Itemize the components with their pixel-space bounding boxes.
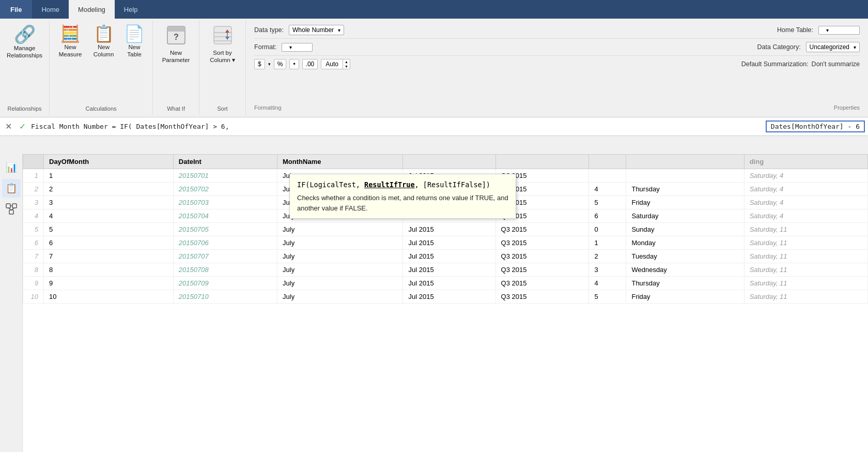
table-row[interactable]: 6 6 20150706 July Jul 2015 Q3 2015 1 Mon… — [23, 236, 868, 250]
new-parameter-btn[interactable]: ? NewParameter — [159, 23, 194, 67]
modeling-tab[interactable]: Modeling — [69, 0, 115, 19]
cell-dateint: 20150708 — [173, 263, 277, 277]
col-header-col7[interactable] — [626, 155, 744, 169]
table-row[interactable]: 9 9 20150709 July Jul 2015 Q3 2015 4 Thu… — [23, 277, 868, 290]
cell-col5: Q3 2015 — [495, 277, 589, 290]
cell-col4: Jul 2015 — [403, 290, 495, 304]
new-table-btn[interactable]: 📄 NewTable — [120, 23, 149, 61]
new-column-btn[interactable]: 📋 NewColumn — [88, 23, 119, 61]
row-num: 7 — [23, 250, 44, 263]
home-table-dropdown[interactable] — [818, 26, 860, 35]
cell-col6 — [589, 169, 626, 183]
home-tab[interactable]: Home — [32, 0, 69, 19]
cell-dayofmonth: 1 — [44, 169, 174, 183]
table-row[interactable]: 8 8 20150708 July Jul 2015 Q3 2015 3 Wed… — [23, 263, 868, 277]
cell-col8: Saturday, 11 — [744, 250, 867, 263]
sort-group: Sort byColumn ▾ Sort — [199, 21, 246, 115]
currency-arrow[interactable]: ▾ — [268, 62, 271, 67]
table-row[interactable]: 7 7 20150707 July Jul 2015 Q3 2015 2 Tue… — [23, 250, 868, 263]
col-header-dayofmonth[interactable]: DayOfMonth — [44, 155, 174, 169]
cell-dateint: 20150710 — [173, 290, 277, 304]
cell-dateint: 20150703 — [173, 196, 277, 209]
file-tab[interactable]: File — [0, 0, 32, 19]
row-num: 4 — [23, 209, 44, 223]
table-row[interactable]: 10 10 20150710 July Jul 2015 Q3 2015 5 F… — [23, 290, 868, 304]
auto-value: Auto — [321, 59, 343, 69]
measure-icon: 🧮 — [60, 25, 81, 42]
percent-btn[interactable]: % — [274, 59, 287, 69]
col-header-dateint[interactable]: DateInt — [173, 155, 277, 169]
relationships-icon: 🔗 — [14, 25, 36, 43]
row-num: 5 — [23, 223, 44, 236]
help-tab[interactable]: Help — [115, 0, 147, 19]
datatype-dropdown[interactable]: Whole Number — [289, 25, 344, 35]
table-row[interactable]: 5 5 20150705 July Jul 2015 Q3 2015 0 Sun… — [23, 223, 868, 236]
sort-by-column-btn[interactable]: Sort byColumn ▾ — [206, 23, 239, 67]
auto-spinner[interactable]: Auto ▲ ▼ — [321, 59, 350, 69]
cell-col6: 4 — [589, 183, 626, 196]
currency-btn[interactable]: $ — [254, 59, 265, 69]
cell-dateint: 20150707 — [173, 250, 277, 263]
cell-col7 — [626, 169, 744, 183]
cell-col4: Jul 2015 — [403, 236, 495, 250]
cell-col6: 3 — [589, 263, 626, 277]
cell-dayofmonth: 2 — [44, 183, 174, 196]
cell-monthname: July — [277, 290, 403, 304]
cell-col8: Saturday, 11 — [744, 236, 867, 250]
cell-col8: Saturday, 4 — [744, 196, 867, 209]
svg-text:?: ? — [174, 33, 179, 41]
cell-col8: Saturday, 11 — [744, 277, 867, 290]
spinner-down[interactable]: ▼ — [344, 64, 349, 69]
new-measure-btn[interactable]: 🧮 NewMeasure — [54, 23, 87, 61]
dot-btn[interactable]: • — [289, 59, 299, 69]
cell-col7: Sunday — [626, 223, 744, 236]
main-layout: 🔗 ManageRelationships Relationships 🧮 Ne… — [0, 19, 868, 452]
cell-col4: Jul 2015 — [403, 277, 495, 290]
cell-dayofmonth: 9 — [44, 277, 174, 290]
tooltip-bold-part: ResultIfTrue — [364, 180, 415, 189]
col-header-monthname[interactable]: MonthName — [277, 155, 403, 169]
formula-ok-btn[interactable]: ✓ — [17, 120, 28, 132]
ribbon-content: 🔗 ManageRelationships Relationships 🧮 Ne… — [0, 19, 868, 117]
format-dropdown[interactable] — [282, 43, 313, 52]
datatype-label: Data type: — [254, 26, 284, 34]
cell-col8: Saturday, 11 — [744, 290, 867, 304]
data-icon[interactable]: 📋 — [2, 179, 21, 198]
datacategory-dropdown[interactable]: Uncategorized — [806, 42, 860, 52]
cell-dayofmonth: 8 — [44, 263, 174, 277]
model-icon[interactable] — [2, 200, 21, 218]
cell-col7: Thursday — [626, 277, 744, 290]
col-header-col8[interactable]: ding — [744, 155, 867, 169]
formula-highlighted-text[interactable]: Dates[MonthOfYear] - 6 — [766, 120, 865, 132]
formula-cancel-btn[interactable]: ✕ — [3, 120, 14, 132]
formula-bar: ✕ ✓ Fiscal Month Number = IF( Dates[Mont… — [0, 117, 868, 136]
cell-dayofmonth: 10 — [44, 290, 174, 304]
cell-monthname: July — [277, 263, 403, 277]
default-summarization-label: Default Summarization: — [741, 61, 809, 68]
cell-dateint: 20150704 — [173, 209, 277, 223]
report-icon[interactable]: 📊 — [2, 158, 21, 177]
cell-monthname: July — [277, 236, 403, 250]
cell-dayofmonth: 3 — [44, 196, 174, 209]
row-num: 6 — [23, 236, 44, 250]
cell-dayofmonth: 4 — [44, 209, 174, 223]
col-header-col6[interactable] — [589, 155, 626, 169]
ribbon-properties: Data type: Whole Number Home Table: Form… — [246, 21, 868, 115]
cell-col6: 2 — [589, 250, 626, 263]
formula-tooltip: IF(LogicalTest, ResultIfTrue, [ResultIfF… — [289, 174, 516, 219]
row-num: 2 — [23, 183, 44, 196]
formula-prefix-text: Fiscal Month Number = IF( Dates[MonthOfY… — [31, 123, 763, 130]
manage-relationships-btn[interactable]: 🔗 ManageRelationships — [3, 23, 46, 62]
svg-rect-12 — [9, 210, 13, 214]
cell-dateint: 20150706 — [173, 236, 277, 250]
svg-rect-11 — [12, 204, 17, 208]
cell-col4: Jul 2015 — [403, 223, 495, 236]
decimal-btn[interactable]: .00 — [302, 59, 318, 69]
cell-col5: Q3 2015 — [495, 290, 589, 304]
datacategory-label: Data Category: — [757, 43, 801, 51]
col-header-col4[interactable] — [403, 155, 495, 169]
spinner-up[interactable]: ▲ — [344, 59, 349, 64]
cell-col5: Q3 2015 — [495, 223, 589, 236]
col-header-col5[interactable] — [495, 155, 589, 169]
cell-col7: Saturday — [626, 209, 744, 223]
